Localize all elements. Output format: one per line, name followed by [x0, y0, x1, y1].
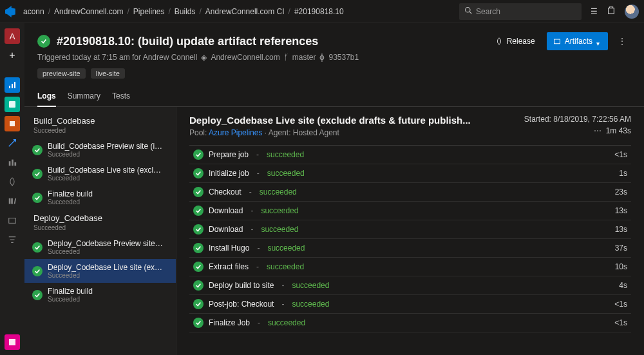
azure-devops-logo[interactable] — [5, 6, 17, 17]
step-row[interactable]: Prepare job-succeeded<1s — [189, 146, 631, 164]
step-row[interactable]: Deploy build to site-succeeded4s — [189, 276, 631, 295]
rail-rocket-icon[interactable] — [5, 174, 20, 189]
stage-status: Succeeded — [24, 224, 176, 235]
rail-boards-icon[interactable] — [5, 97, 20, 112]
status-success-icon — [193, 149, 204, 160]
step-duration: <1s — [614, 318, 627, 327]
step-name: Deploy build to site — [209, 281, 274, 290]
rail-library-icon[interactable] — [5, 193, 20, 209]
rail-repos-icon[interactable] — [5, 116, 20, 131]
rail-bottom-icon[interactable] — [5, 334, 20, 350]
tab-tests[interactable]: Tests — [112, 88, 130, 106]
svg-rect-7 — [9, 101, 15, 108]
repo-icon: ◈ — [201, 53, 207, 62]
stage-status: Succeeded — [24, 127, 176, 138]
tabs: Logs Summary Tests — [24, 88, 644, 107]
step-duration: 23s — [615, 187, 627, 197]
rail-test-icon[interactable] — [5, 155, 20, 170]
rail-project-icon[interactable]: A — [5, 28, 20, 44]
step-name: Initialize job — [209, 169, 249, 178]
step-row[interactable]: Initialize job-succeeded1s — [189, 164, 631, 183]
status-success-icon — [37, 35, 50, 48]
status-success-icon — [193, 168, 204, 178]
breadcrumb-item[interactable]: Builds — [175, 7, 196, 16]
step-status: succeeded — [260, 187, 297, 197]
step-status: succeeded — [267, 262, 304, 271]
job-item[interactable]: Build_Codebase Preview site (incl...Succ… — [24, 138, 176, 162]
build-tag[interactable]: preview-site — [37, 68, 86, 79]
step-name: Prepare job — [209, 150, 249, 159]
step-name: Download — [209, 206, 243, 215]
tab-summary[interactable]: Summary — [68, 88, 100, 106]
step-status: succeeded — [267, 150, 304, 159]
svg-line-1 — [469, 12, 471, 14]
job-title: Build_Codebase Live site (exclude ... — [48, 166, 164, 175]
step-name: Install Hugo — [209, 244, 249, 253]
svg-rect-11 — [9, 218, 16, 224]
more-icon[interactable]: ⋯ — [594, 126, 601, 135]
job-title: Finalize build — [48, 287, 93, 296]
breadcrumb: aconn/ AndrewConnell.com/ Pipelines/ Bui… — [23, 7, 459, 16]
rail-artifacts-icon[interactable] — [5, 213, 20, 228]
step-name: Download — [209, 225, 243, 234]
svg-rect-13 — [554, 39, 560, 44]
release-button[interactable]: Release — [489, 32, 542, 50]
avatar[interactable] — [625, 5, 639, 19]
job-title: Deploy_Codebase Preview site (in... — [48, 239, 164, 248]
rail-pipelines-icon[interactable] — [5, 135, 20, 151]
svg-rect-9 — [12, 160, 14, 166]
svg-point-0 — [466, 8, 471, 13]
status-success-icon — [193, 187, 204, 197]
stage-header[interactable]: Deploy_Codebase — [24, 209, 176, 224]
step-status: succeeded — [292, 300, 329, 309]
status-success-icon — [193, 206, 204, 216]
job-title: Deploy_Codebase Live site (exclu... — [48, 263, 164, 272]
job-item[interactable]: Finalize buildSucceeded — [24, 283, 176, 307]
breadcrumb-item[interactable]: #20190818.10 — [294, 7, 344, 16]
breadcrumb-item[interactable]: aconn — [23, 7, 44, 16]
more-actions-button[interactable]: ⋮ — [613, 37, 631, 46]
step-row[interactable]: Install Hugo-succeeded37s — [189, 239, 631, 258]
step-name: Extract files — [209, 262, 249, 271]
step-duration: 37s — [615, 244, 627, 253]
svg-rect-8 — [9, 161, 11, 166]
breadcrumb-item[interactable]: Pipelines — [133, 7, 165, 16]
step-duration: 13s — [615, 225, 627, 234]
status-success-icon — [32, 145, 43, 155]
svg-rect-12 — [9, 339, 15, 345]
breadcrumb-item[interactable]: AndrewConnell.com — [54, 7, 123, 16]
job-item[interactable]: Finalize buildSucceeded — [24, 186, 176, 209]
job-item[interactable]: Deploy_Codebase Live site (exclu...Succe… — [24, 259, 176, 283]
tab-logs[interactable]: Logs — [37, 88, 56, 107]
step-name: Post-job: Checkout — [209, 300, 274, 309]
marketplace-icon[interactable] — [607, 6, 616, 17]
job-status: Succeeded — [48, 198, 93, 206]
step-row[interactable]: Download-succeeded13s — [189, 220, 631, 239]
artifacts-button[interactable]: Artifacts — [547, 32, 608, 50]
step-row[interactable]: Extract files-succeeded10s — [189, 258, 631, 276]
rail-filter-icon[interactable] — [5, 232, 20, 247]
step-status: succeeded — [267, 169, 305, 178]
settings-icon[interactable]: ☰ — [591, 7, 598, 16]
step-row[interactable]: Finalize Job-succeeded<1s — [189, 314, 631, 332]
status-success-icon — [193, 280, 204, 291]
step-row[interactable]: Post-job: Checkout-succeeded<1s — [189, 295, 631, 314]
svg-rect-10 — [15, 162, 17, 166]
step-status: succeeded — [268, 318, 305, 327]
build-tag[interactable]: live-site — [91, 68, 125, 79]
job-item[interactable]: Build_Codebase Live site (exclude ...Suc… — [24, 162, 176, 186]
step-row[interactable]: Download-succeeded13s — [189, 202, 631, 220]
job-title: Finalize build — [48, 189, 93, 198]
search-input[interactable]: Search — [459, 3, 582, 20]
stage-header[interactable]: Build_Codebase — [24, 112, 176, 127]
step-row[interactable]: Checkout-succeeded23s — [189, 183, 631, 202]
job-item[interactable]: Deploy_Codebase Preview site (in...Succe… — [24, 235, 176, 259]
pool-link[interactable]: Azure Pipelines — [209, 128, 262, 137]
branch-name: master — [292, 53, 316, 62]
rail-overview-icon[interactable] — [5, 77, 20, 93]
rail-add-icon[interactable]: + — [5, 48, 20, 63]
build-subtitle: Triggered today at 7:15 am for Andrew Co… — [37, 53, 631, 62]
breadcrumb-item[interactable]: AndrewConnell.com CI — [205, 7, 285, 16]
status-success-icon — [32, 242, 43, 253]
top-bar: aconn/ AndrewConnell.com/ Pipelines/ Bui… — [0, 0, 644, 23]
